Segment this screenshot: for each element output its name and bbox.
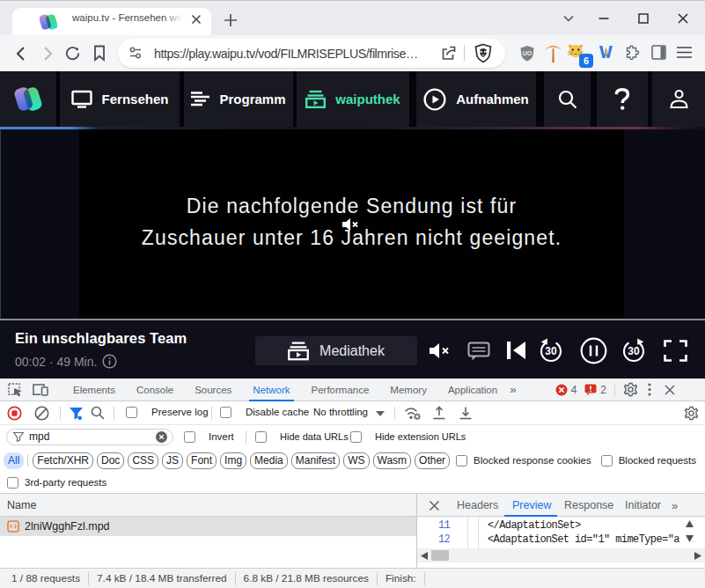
svg-text:30: 30 bbox=[545, 345, 557, 357]
svg-text:30: 30 bbox=[628, 345, 640, 357]
svg-text:UO: UO bbox=[523, 50, 532, 56]
